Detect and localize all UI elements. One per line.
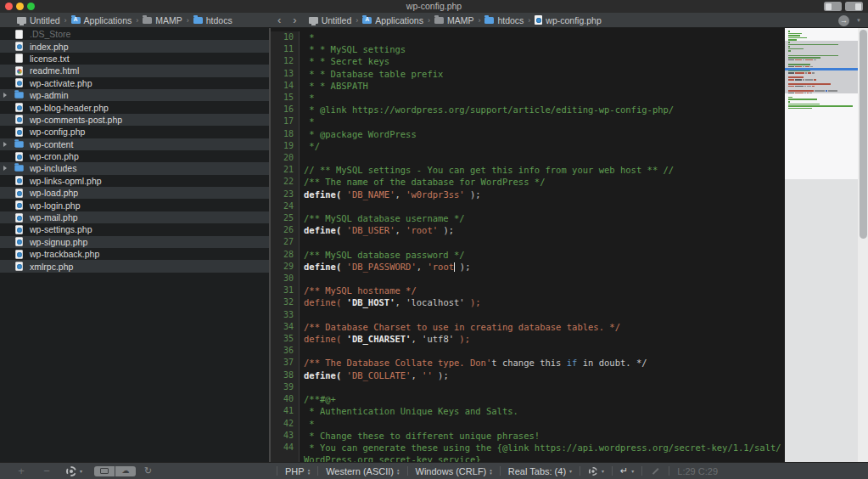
code-line[interactable]: 44 * You can generate these using the {@… <box>271 442 785 454</box>
breadcrumb-item[interactable]: Untitled <box>30 15 60 25</box>
file-row[interactable]: wp-cron.php <box>0 150 269 162</box>
code-line[interactable]: 26define( 'DB_USER', 'root' ); <box>271 224 785 236</box>
file-row[interactable]: wp-load.php <box>0 187 269 199</box>
disclosure-triangle-icon[interactable] <box>3 93 11 98</box>
code-line[interactable]: 42 * <box>271 418 785 430</box>
tabs-setting-menu[interactable]: Real Tabs: (4) ▾ <box>508 466 572 476</box>
code-line[interactable]: 25/** MySQL database username */ <box>271 212 785 224</box>
php-file-icon <box>14 225 25 234</box>
breadcrumb-item[interactable]: MAMP <box>447 15 474 25</box>
line-ending-insert-menu[interactable]: ↵ ▾ <box>620 465 634 476</box>
code-line[interactable]: 29define( 'DB_PASSWORD', 'root ); <box>271 261 785 273</box>
code-line[interactable]: 18 * @package WordPress <box>271 128 785 140</box>
breadcrumb-item[interactable]: htdocs <box>206 15 232 25</box>
folder-icon <box>14 141 25 148</box>
code-line[interactable]: 16 * @link https://wordpress.org/support… <box>271 104 785 116</box>
file-row[interactable]: wp-admin <box>0 89 269 101</box>
file-row[interactable]: wp-mail.php <box>0 211 269 223</box>
code-line[interactable]: 30 <box>271 273 785 285</box>
remove-file-button[interactable]: − <box>34 465 59 477</box>
file-row[interactable]: wp-settings.php <box>0 223 269 235</box>
code-line[interactable]: 21// ** MySQL settings - You can get thi… <box>271 164 785 176</box>
code-line[interactable]: 10 * <box>271 31 785 43</box>
code-line[interactable]: 43 * Change these to different unique ph… <box>271 430 785 442</box>
code-line[interactable]: 38define( 'DB_COLLATE', '' ); <box>271 369 785 381</box>
editor-scrollbar-thumb[interactable] <box>860 30 867 239</box>
file-row[interactable]: wp-blog-header.php <box>0 101 269 113</box>
minimap[interactable] <box>785 28 858 463</box>
editor-settings-menu[interactable]: ▾ <box>588 466 604 476</box>
add-file-button[interactable]: + <box>8 465 34 477</box>
line-number: 19 <box>271 140 300 152</box>
code-line[interactable]: 12 * * Secret keys <box>271 55 785 67</box>
line-number: 12 <box>271 55 300 67</box>
file-row[interactable]: wp-links-opml.php <box>0 175 269 187</box>
syntax-mode-select[interactable]: PHP ▴▾ <box>285 466 310 476</box>
code-line[interactable]: 31/** MySQL hostname */ <box>271 285 785 296</box>
code-line[interactable]: 37/** The Database Collate type. Don't c… <box>271 357 785 369</box>
refresh-icon[interactable]: ↻ <box>144 465 152 476</box>
back-button[interactable]: ‹ <box>277 14 281 26</box>
local-files-toggle[interactable] <box>94 466 115 476</box>
file-row[interactable]: readme.html <box>0 65 269 76</box>
code-line[interactable]: 40/**#@+ <box>271 393 785 405</box>
code-line[interactable]: 22/** The name of the database for WordP… <box>271 176 785 188</box>
code-line[interactable]: 23define( 'DB_NAME', 'w0rdpr3ss' ); <box>271 189 785 200</box>
breadcrumb-item[interactable]: MAMP <box>155 15 182 25</box>
file-row[interactable]: wp-content <box>0 138 269 150</box>
toggle-right-panel-button[interactable] <box>845 2 863 11</box>
breadcrumb-item[interactable]: Applications <box>84 15 132 25</box>
breadcrumb-item[interactable]: Untitled <box>322 15 352 25</box>
editor-scrollbar[interactable] <box>858 28 868 463</box>
editor-breadcrumb: Untitled›Applications›MAMP›htdocs›wp-con… <box>309 15 602 25</box>
sidebar-actions-menu[interactable]: ▾ <box>66 466 82 476</box>
code-line[interactable]: 34/** Database Charset to use in creatin… <box>271 321 785 333</box>
file-row[interactable]: wp-includes <box>0 162 269 174</box>
file-row[interactable]: wp-comments-post.php <box>0 114 269 126</box>
code-line[interactable]: 11 * * MySQL settings <box>271 43 785 55</box>
code-line[interactable]: 17 * <box>271 116 785 127</box>
file-row[interactable]: license.txt <box>0 53 269 65</box>
code-line[interactable]: 24 <box>271 200 785 212</box>
code-text: */ <box>300 140 785 152</box>
code-line[interactable]: 39 <box>271 381 785 393</box>
code-text: * * Secret keys <box>300 55 785 67</box>
minimap-cursor-line <box>785 68 858 70</box>
breadcrumb-item[interactable]: Applications <box>375 15 423 25</box>
code-line[interactable]: 13 * * Database table prefix <box>271 68 785 80</box>
file-row[interactable]: wp-activate.php <box>0 77 269 89</box>
line-endings-select[interactable]: Windows (CRLF) ▴▾ <box>416 466 492 476</box>
remote-files-toggle[interactable]: ☁ <box>115 466 136 476</box>
toggle-left-panel-button[interactable] <box>824 2 842 11</box>
go-arrow-button[interactable]: → <box>838 15 849 26</box>
code-line[interactable]: 35define( 'DB_CHARSET', 'utf8' ); <box>271 333 785 345</box>
code-line[interactable]: 32define( 'DB_HOST', 'localhost' ); <box>271 296 785 308</box>
code-line[interactable]: 28/** MySQL database password */ <box>271 249 785 261</box>
breadcrumb-bar: Untitled›Applications›MAMP›htdocs ‹ › Un… <box>0 13 868 28</box>
code-line[interactable]: 14 * * ABSPATH <box>271 80 785 92</box>
code-line[interactable]: 15 * <box>271 92 785 104</box>
breadcrumb-item[interactable]: wp-config.php <box>546 15 601 25</box>
file-row[interactable]: .DS_Store <box>0 28 269 40</box>
encoding-select[interactable]: Western (ASCII) ▴▾ <box>326 466 399 476</box>
file-row[interactable]: wp-signup.php <box>0 236 269 248</box>
file-row[interactable]: index.php <box>0 40 269 52</box>
code-line[interactable]: 33 <box>271 309 785 321</box>
file-row[interactable]: xmlrpc.php <box>0 260 269 272</box>
disclosure-triangle-icon[interactable] <box>3 166 11 171</box>
code-text: * <box>300 418 785 430</box>
disclosure-triangle-icon[interactable] <box>3 142 11 147</box>
minimap-viewport-indicator[interactable] <box>785 41 858 93</box>
code-line[interactable]: 36 <box>271 345 785 357</box>
forward-button[interactable]: › <box>293 14 296 26</box>
file-row[interactable]: wp-config.php <box>0 126 269 138</box>
code-line[interactable]: 27 <box>271 236 785 248</box>
go-chevron-icon[interactable]: ▼ <box>856 18 861 23</box>
code-line[interactable]: 41 * Authentication Unique Keys and Salt… <box>271 405 785 417</box>
code-editor[interactable]: 10 *11 * * MySQL settings12 * * Secret k… <box>271 28 785 463</box>
code-line[interactable]: 19 */ <box>271 140 785 152</box>
file-row[interactable]: wp-login.php <box>0 199 269 211</box>
code-line[interactable]: 20 <box>271 152 785 164</box>
breadcrumb-item[interactable]: htdocs <box>497 15 524 25</box>
file-row[interactable]: wp-trackback.php <box>0 248 269 260</box>
